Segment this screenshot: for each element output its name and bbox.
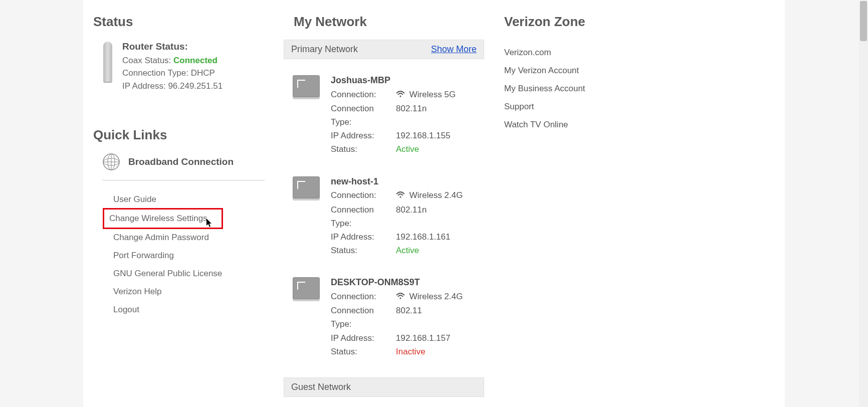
quicklink-logout[interactable]: Logout — [110, 301, 142, 319]
status-label: Status: — [331, 142, 396, 156]
globe-icon — [102, 153, 120, 171]
router-icon — [103, 42, 112, 82]
device-icon — [293, 176, 320, 198]
page-container: Status Router Status: Coax Status: Conne… — [83, 0, 785, 407]
device-name: Joshuas-MBP — [331, 73, 456, 88]
zone-link-watch-tv-online[interactable]: Watch TV Online — [504, 116, 675, 134]
show-more-link[interactable]: Show More — [431, 44, 477, 55]
quicklink-user-guide[interactable]: User Guide — [110, 190, 159, 209]
quicklinks-title: Quick Links — [93, 127, 274, 143]
coax-label: Coax Status: — [122, 56, 171, 65]
quicklinks-broadband[interactable]: Broadband Connection — [102, 153, 274, 171]
svg-point-5 — [399, 95, 401, 97]
ip-label: IP Address: — [331, 230, 396, 244]
conn-type-label: Connection Type: — [331, 102, 396, 129]
conn-type-value: 802.11n — [396, 203, 426, 230]
wifi-icon — [396, 189, 405, 202]
zone-link-my-verizon-account[interactable]: My Verizon Account — [504, 62, 675, 80]
svg-point-7 — [399, 297, 401, 299]
status-label: Status: — [331, 345, 396, 358]
right-column: Verizon Zone Verizon.comMy Verizon Accou… — [484, 5, 685, 407]
conn-type-value: 802.11n — [396, 102, 426, 129]
conn-type-value: 802.11 — [396, 304, 422, 331]
zone-title: Verizon Zone — [504, 14, 675, 30]
scrollbar-thumb[interactable] — [860, 1, 867, 41]
ip-value: 192.168.1.157 — [396, 331, 451, 345]
device-desktop-onm8s9t: DESKTOP-ONM8S9TConnection: Wireless 2.4G… — [284, 261, 484, 362]
device-info: DESKTOP-ONM8S9TConnection: Wireless 2.4G… — [331, 275, 463, 358]
ip-label: IP Address: — [122, 81, 166, 91]
ip-value: 192.168.1.155 — [396, 129, 451, 142]
ip-label: IP Address: — [331, 331, 396, 345]
device-name: new-host-1 — [331, 174, 463, 189]
middle-column: My Network Primary Network Show More Jos… — [284, 5, 484, 407]
zone-list: Verizon.comMy Verizon AccountMy Business… — [504, 44, 675, 134]
primary-network-header: Primary Network Show More — [284, 40, 484, 59]
conn-type-value: DHCP — [191, 68, 215, 78]
connection-label: Connection: — [331, 290, 396, 304]
status-block: Router Status: Coax Status: Connected Co… — [103, 40, 274, 92]
guest-network-label: Guest Network — [291, 382, 351, 392]
ip-value: 96.249.251.51 — [168, 81, 223, 91]
scrollbar-track[interactable] — [859, 0, 868, 407]
svg-point-6 — [399, 196, 401, 198]
connection-label: Connection: — [331, 188, 396, 202]
conn-type-label: Connection Type: — [122, 68, 188, 78]
device-icon — [293, 277, 320, 299]
device-icon — [293, 75, 320, 97]
broadband-label: Broadband Connection — [128, 156, 234, 167]
device-info: Joshuas-MBPConnection: Wireless 5GConnec… — [331, 73, 456, 156]
status-title: Status — [93, 14, 274, 30]
status-value: Active — [396, 142, 419, 156]
conn-type-label: Connection Type: — [331, 304, 396, 331]
device-name: DESKTOP-ONM8S9T — [331, 275, 463, 290]
connection-value: Wireless 2.4G — [396, 188, 463, 202]
status-value: Inactive — [396, 345, 425, 358]
left-column: Status Router Status: Coax Status: Conne… — [83, 5, 284, 407]
status-value: Active — [396, 244, 419, 257]
quicklink-port-forwarding[interactable]: Port Forwarding — [110, 247, 177, 265]
wifi-icon — [396, 290, 405, 304]
coax-value: Connected — [173, 56, 218, 65]
device-info: new-host-1Connection: Wireless 2.4GConne… — [331, 174, 463, 258]
connection-value: Wireless 2.4G — [396, 290, 463, 304]
device-list: Joshuas-MBPConnection: Wireless 5GConnec… — [284, 59, 484, 362]
quicklink-change-admin-password[interactable]: Change Admin Password — [110, 229, 212, 247]
router-status-label: Router Status: — [122, 40, 223, 54]
network-title: My Network — [294, 14, 484, 30]
device-new-host-1: new-host-1Connection: Wireless 2.4GConne… — [284, 160, 484, 262]
quicklink-change-wireless-settings[interactable]: Change Wireless Settings — [104, 210, 222, 228]
ip-label: IP Address: — [331, 129, 396, 142]
connection-value: Wireless 5G — [396, 88, 456, 102]
conn-type-label: Connection Type: — [331, 203, 396, 230]
status-lines: Router Status: Coax Status: Connected Co… — [122, 40, 223, 92]
ip-value: 192.168.1.161 — [396, 230, 451, 244]
separator — [102, 180, 265, 180]
zone-link-support[interactable]: Support — [504, 98, 675, 116]
quicklinks-list: User GuideChange Wireless SettingsChange… — [110, 190, 274, 319]
guest-network-header: Guest Network — [284, 377, 484, 397]
zone-link-verizon-com[interactable]: Verizon.com — [504, 44, 675, 62]
quicklink-verizon-help[interactable]: Verizon Help — [110, 283, 164, 301]
device-joshuas-mbp: Joshuas-MBPConnection: Wireless 5GConnec… — [284, 59, 484, 160]
connection-label: Connection: — [331, 88, 396, 102]
status-label: Status: — [331, 244, 396, 257]
zone-link-my-business-account[interactable]: My Business Account — [504, 80, 675, 98]
wifi-icon — [396, 88, 405, 102]
primary-network-label: Primary Network — [291, 44, 358, 55]
quicklink-gnu-general-public-license[interactable]: GNU General Public License — [110, 265, 225, 283]
cursor-icon — [206, 219, 213, 228]
